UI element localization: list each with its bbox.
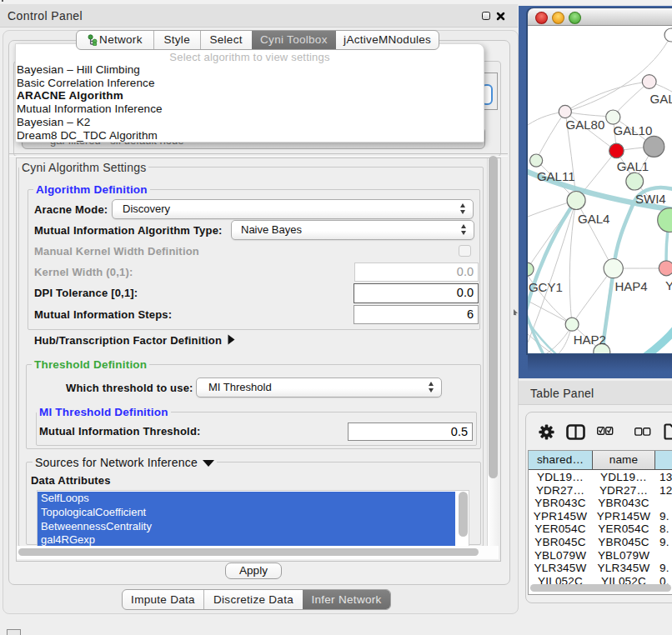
svg-text:HAP2: HAP2 bbox=[574, 332, 606, 347]
svg-text:GAL1: GAL1 bbox=[617, 159, 649, 173]
svg-text:HAP4: HAP4 bbox=[615, 279, 648, 293]
svg-text:GAL80: GAL80 bbox=[566, 118, 605, 132]
svg-text:Y: Y bbox=[665, 278, 672, 292]
svg-text:GAL4: GAL4 bbox=[578, 212, 609, 226]
svg-text:GAL7: GAL7 bbox=[650, 92, 672, 106]
svg-text:SWI4: SWI4 bbox=[635, 192, 666, 206]
svg-text:GAL10: GAL10 bbox=[614, 123, 653, 138]
svg-text:GCY1: GCY1 bbox=[529, 280, 563, 294]
svg-text:GAL11: GAL11 bbox=[537, 169, 575, 183]
